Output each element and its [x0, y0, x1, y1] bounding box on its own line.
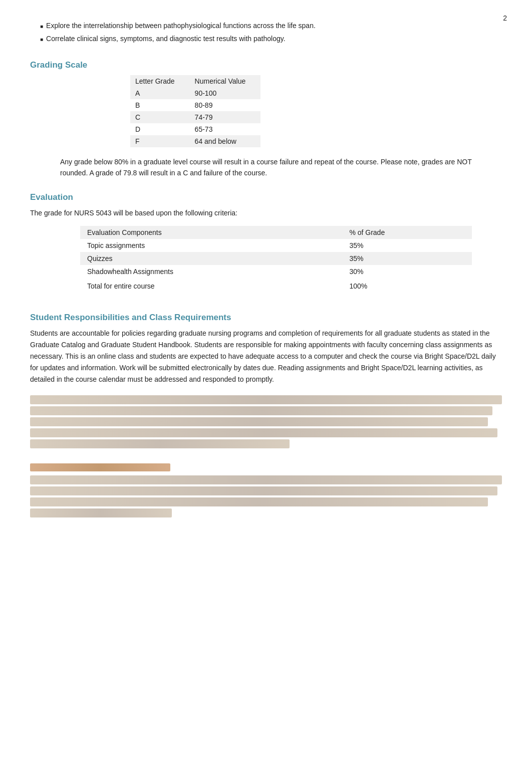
- blurred-section-2: [30, 463, 502, 517]
- grading-scale-section: Grading Scale Letter GradeNumerical Valu…: [30, 60, 502, 179]
- grading-table-cell: 74-79: [190, 111, 261, 123]
- page-number: 2: [503, 14, 507, 22]
- grading-table-cell: B: [130, 99, 190, 111]
- eval-table-header: % of Grade: [342, 226, 472, 239]
- eval-table-cell: 35%: [342, 252, 472, 265]
- eval-table: Evaluation Components% of GradeTopic ass…: [80, 226, 472, 293]
- grading-table-header: Letter Grade: [130, 75, 190, 87]
- intro-bullets: ■ Explore the interrelationship between …: [40, 20, 502, 45]
- student-responsibilities-heading: Student Responsibilities and Class Requi…: [30, 313, 502, 323]
- grading-table-cell: A: [130, 87, 190, 99]
- bullet-char-2: ■: [40, 35, 43, 44]
- bullet-1: ■ Explore the interrelationship between …: [40, 20, 502, 32]
- grading-scale-heading: Grading Scale: [30, 60, 502, 70]
- grading-table-cell: 65-73: [190, 123, 261, 135]
- bullet-2: ■ Correlate clinical signs, symptoms, an…: [40, 33, 502, 45]
- evaluation-section: Evaluation The grade for NURS 5043 will …: [30, 192, 502, 292]
- grading-table-cell: 80-89: [190, 99, 261, 111]
- grading-table-cell: 64 and below: [190, 135, 261, 147]
- eval-table-cell: Topic assignments: [80, 239, 342, 252]
- evaluation-intro: The grade for NURS 5043 will be based up…: [30, 207, 502, 218]
- eval-table-cell: 35%: [342, 239, 472, 252]
- evaluation-heading: Evaluation: [30, 192, 502, 202]
- eval-total-label: Total for entire course: [80, 278, 342, 293]
- grading-table-wrapper: Letter GradeNumerical ValueA90-100B80-89…: [130, 75, 502, 147]
- grading-table-header: Numerical Value: [190, 75, 261, 87]
- grading-table-cell: D: [130, 123, 190, 135]
- grading-table-cell: C: [130, 111, 190, 123]
- blurred-section-1: [30, 395, 502, 448]
- grading-table-cell: F: [130, 135, 190, 147]
- eval-table-wrapper: Evaluation Components% of GradeTopic ass…: [80, 226, 472, 293]
- student-responsibilities-section: Student Responsibilities and Class Requi…: [30, 313, 502, 385]
- eval-total-value: 100%: [342, 278, 472, 293]
- student-responsibilities-body: Students are accountable for policies re…: [30, 328, 502, 385]
- eval-table-cell: Shadowhealth Assignments: [80, 265, 342, 278]
- bullet-char-1: ■: [40, 22, 43, 31]
- grade-note: Any grade below 80% in a graduate level …: [60, 156, 482, 179]
- eval-table-header: Evaluation Components: [80, 226, 342, 239]
- grading-table-cell: 90-100: [190, 87, 261, 99]
- eval-table-cell: Quizzes: [80, 252, 342, 265]
- eval-table-cell: 30%: [342, 265, 472, 278]
- grading-table: Letter GradeNumerical ValueA90-100B80-89…: [130, 75, 260, 147]
